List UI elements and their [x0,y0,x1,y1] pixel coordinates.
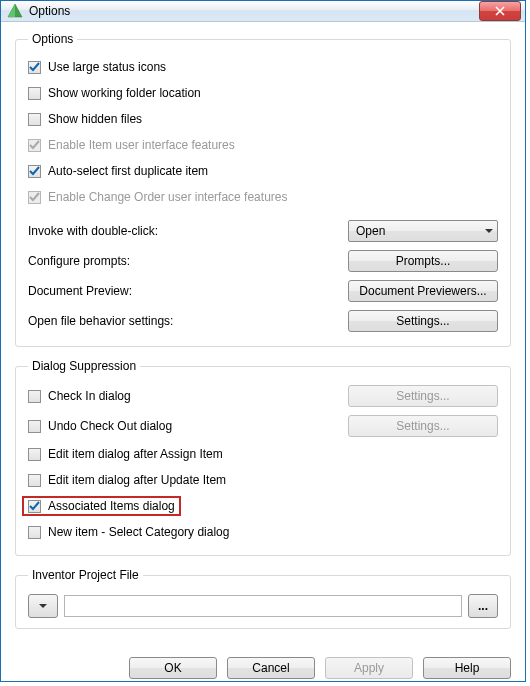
label-edit-after-update: Edit item dialog after Update Item [48,473,226,487]
option-new-item-category[interactable]: New item - Select Category dialog [28,519,498,545]
checkbox-show-hidden[interactable] [28,113,41,126]
label-doc-preview: Document Preview: [28,284,348,298]
select-invoke-value: Open [356,224,485,238]
chevron-down-icon [39,602,47,610]
checkbox-enable-co-ui [28,191,41,204]
checkbox-auto-select-dup[interactable] [28,165,41,178]
label-edit-after-assign: Edit item dialog after Assign Item [48,447,223,461]
row-undo-checkout: Undo Check Out dialog Settings... [28,411,498,441]
undo-checkout-settings-button: Settings... [348,415,498,437]
label-new-item-category: New item - Select Category dialog [48,525,229,539]
doc-previewers-button[interactable]: Document Previewers... [348,280,498,302]
help-button[interactable]: Help [423,657,511,679]
options-dialog: Options Options Use large status icons S… [0,0,526,682]
checkbox-edit-after-update[interactable] [28,474,41,487]
row-open-file: Open file behavior settings: Settings... [28,306,498,336]
label-enable-item-ui: Enable Item user interface features [48,138,235,152]
checkin-settings-button: Settings... [348,385,498,407]
highlight-associated-items: Associated Items dialog [22,496,181,516]
option-edit-after-update[interactable]: Edit item dialog after Update Item [28,467,498,493]
dialog-body: Options Use large status icons Show work… [1,22,525,651]
chevron-down-icon [485,227,493,235]
close-button[interactable] [479,1,521,21]
project-group: Inventor Project File ... [15,568,511,629]
app-icon [7,3,23,19]
option-associated-items[interactable]: Associated Items dialog [28,493,498,519]
project-legend: Inventor Project File [28,568,143,582]
label-auto-select-dup: Auto-select first duplicate item [48,164,208,178]
suppression-legend: Dialog Suppression [28,359,140,373]
options-legend: Options [28,32,77,46]
checkbox-undo-checkout[interactable] [28,420,41,433]
row-invoke: Invoke with double-click: Open [28,216,498,246]
ellipsis-icon: ... [478,599,488,613]
options-group: Options Use large status icons Show work… [15,32,511,347]
option-show-hidden[interactable]: Show hidden files [28,106,498,132]
option-auto-select-dup[interactable]: Auto-select first duplicate item [28,158,498,184]
project-path-input[interactable] [64,595,462,617]
label-configure-prompts: Configure prompts: [28,254,348,268]
footer: OK Cancel Apply Help [1,651,525,682]
label-undo-checkout: Undo Check Out dialog [48,419,172,433]
titlebar: Options [1,1,525,22]
label-show-working-folder: Show working folder location [48,86,201,100]
label-associated-items: Associated Items dialog [48,499,175,513]
row-checkin: Check In dialog Settings... [28,381,498,411]
checkbox-edit-after-assign[interactable] [28,448,41,461]
checkbox-associated-items[interactable] [28,500,41,513]
svg-marker-1 [8,4,15,17]
option-enable-item-ui: Enable Item user interface features [28,132,498,158]
label-show-hidden: Show hidden files [48,112,142,126]
label-open-file: Open file behavior settings: [28,314,348,328]
checkbox-checkin[interactable] [28,390,41,403]
row-doc-preview: Document Preview: Document Previewers... [28,276,498,306]
ok-button[interactable]: OK [129,657,217,679]
option-undo-checkout[interactable]: Undo Check Out dialog [28,413,348,439]
option-enable-co-ui: Enable Change Order user interface featu… [28,184,498,210]
checkbox-large-icons[interactable] [28,61,41,74]
project-row: ... [28,590,498,618]
cancel-button[interactable]: Cancel [227,657,315,679]
label-invoke: Invoke with double-click: [28,224,348,238]
checkbox-show-working-folder[interactable] [28,87,41,100]
apply-button: Apply [325,657,413,679]
window-title: Options [29,4,479,18]
prompts-button[interactable]: Prompts... [348,250,498,272]
option-large-icons[interactable]: Use large status icons [28,54,498,80]
option-show-working-folder[interactable]: Show working folder location [28,80,498,106]
option-checkin[interactable]: Check In dialog [28,383,348,409]
close-icon [495,6,505,16]
option-edit-after-assign[interactable]: Edit item dialog after Assign Item [28,441,498,467]
label-enable-co-ui: Enable Change Order user interface featu… [48,190,287,204]
select-invoke[interactable]: Open [348,220,498,242]
project-history-button[interactable] [28,594,58,618]
checkbox-enable-item-ui [28,139,41,152]
checkbox-new-item-category[interactable] [28,526,41,539]
suppression-group: Dialog Suppression Check In dialog Setti… [15,359,511,556]
label-large-icons: Use large status icons [48,60,166,74]
project-browse-button[interactable]: ... [468,594,498,618]
label-checkin: Check In dialog [48,389,131,403]
open-file-settings-button[interactable]: Settings... [348,310,498,332]
row-configure-prompts: Configure prompts: Prompts... [28,246,498,276]
